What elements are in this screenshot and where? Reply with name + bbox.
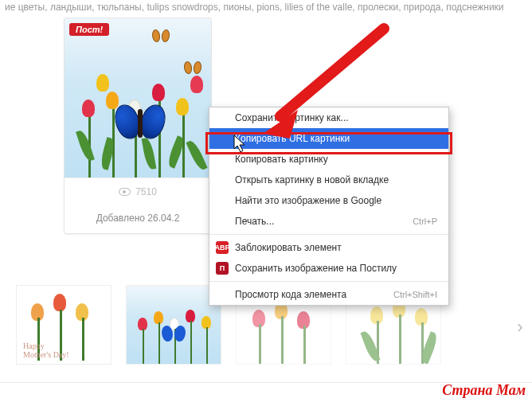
added-date: 26.04.2 xyxy=(147,213,179,224)
ctx-item-label: Печать... xyxy=(235,216,274,227)
butterfly-icon xyxy=(114,104,166,144)
postila-icon: П xyxy=(216,262,229,275)
context-menu: Сохранить картинку как... Копировать URL… xyxy=(209,107,449,306)
card-image[interactable]: Пост! xyxy=(65,18,211,178)
views-count: 7510 xyxy=(119,186,157,197)
ctx-item-label: Копировать URL картинки xyxy=(235,133,350,144)
card-meta: 7510 xyxy=(65,178,211,206)
tags-row: ие цветы, ландыши, тюльпаны, tulips snow… xyxy=(0,0,532,14)
ctx-item-label: Заблокировать элемент xyxy=(235,242,342,253)
ctx-copy-image-url[interactable]: Копировать URL картинки xyxy=(209,128,448,149)
eye-icon xyxy=(119,188,131,196)
thumbnail[interactable] xyxy=(126,285,221,365)
ctx-open-new-tab[interactable]: Открыть картинку в новой вкладке xyxy=(209,170,448,190)
views-value: 7510 xyxy=(135,186,157,197)
post-badge: Пост! xyxy=(69,23,109,36)
ctx-shortcut: Ctrl+Shift+I xyxy=(393,290,437,299)
ctx-separator xyxy=(209,234,448,235)
ctx-abp-block[interactable]: ABP Заблокировать элемент xyxy=(209,237,448,258)
ctx-print[interactable]: Печать... Ctrl+P xyxy=(209,211,448,232)
ctx-item-label: Открыть картинку в новой вкладке xyxy=(235,174,389,185)
chevron-right-icon: › xyxy=(517,317,522,338)
ctx-postila-save[interactable]: П Сохранить изображение на Постилу xyxy=(209,258,448,279)
ctx-separator xyxy=(209,281,448,282)
ctx-copy-image[interactable]: Копировать картинку xyxy=(209,149,448,170)
butterfly-small-icon xyxy=(184,61,201,76)
abp-icon: ABP xyxy=(216,241,229,254)
ctx-inspect[interactable]: Просмотр кода элемента Ctrl+Shift+I xyxy=(209,284,448,305)
ctx-item-label: Найти это изображение в Google xyxy=(235,195,381,206)
ctx-shortcut: Ctrl+P xyxy=(413,217,437,226)
ctx-item-label: Просмотр кода элемента xyxy=(235,289,346,300)
added-prefix: Добавлено xyxy=(96,213,148,224)
ctx-item-label: Копировать картинку xyxy=(235,154,328,165)
thumbnail[interactable]: HappyMother's Day! xyxy=(16,285,111,365)
ctx-find-google[interactable]: Найти это изображение в Google xyxy=(209,190,448,211)
card-added: Добавлено 26.04.2 xyxy=(65,206,211,233)
ctx-item-label: Сохранить изображение на Постилу xyxy=(235,263,397,274)
next-thumbnails-button[interactable]: › xyxy=(513,317,527,338)
butterfly-small-icon xyxy=(152,29,170,44)
ctx-save-image-as[interactable]: Сохранить картинку как... xyxy=(209,107,448,128)
watermark: Страна Мам xyxy=(442,382,526,399)
image-card: Пост! 7510 Добавлено 26.04.2 xyxy=(64,18,212,234)
ctx-item-label: Сохранить картинку как... xyxy=(235,112,349,123)
